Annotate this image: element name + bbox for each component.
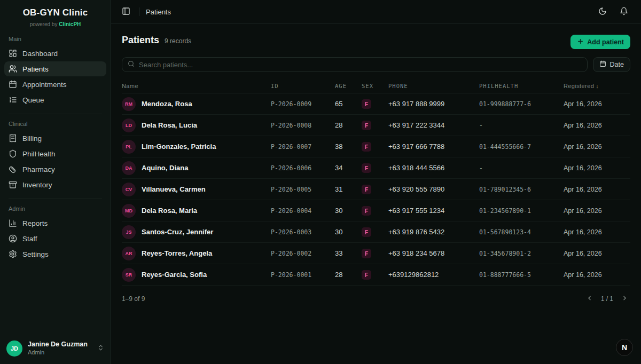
patient-sex-cell: F <box>362 205 388 216</box>
column-header-registered[interactable]: Registered↓ <box>564 83 630 89</box>
patient-age: 30 <box>335 207 362 215</box>
patient-avatar: AR <box>122 247 136 260</box>
calendar-icon <box>599 60 606 69</box>
page-title: Patients <box>122 35 159 46</box>
sidebar-item-reports[interactable]: Reports <box>4 216 106 231</box>
chevron-left-icon <box>586 295 593 303</box>
sidebar-item-patients[interactable]: Patients <box>4 61 106 76</box>
breadcrumb: Patients <box>146 8 171 16</box>
patient-philhealth: - <box>479 164 564 172</box>
settings-icon <box>9 250 17 258</box>
table-row[interactable]: DA Aquino, Diana P-2026-0006 34 F +63 91… <box>122 157 630 179</box>
column-header-sex[interactable]: SEX <box>362 83 388 89</box>
patient-id: P-2026-0008 <box>271 122 335 129</box>
patient-avatar: LD <box>122 118 136 132</box>
patient-sex-cell: F <box>362 99 388 109</box>
patient-id: P-2026-0006 <box>271 164 335 172</box>
patient-philhealth: 01-789012345-6 <box>479 186 564 193</box>
sidebar-item-dashboard[interactable]: Dashboard <box>4 46 106 61</box>
column-header-id[interactable]: ID <box>271 83 335 89</box>
patient-philhealth: - <box>479 122 564 129</box>
sidebar-item-label: Inventory <box>22 181 52 189</box>
app-root: OB-GYN Clinic powered by ClinicPH Main D… <box>0 0 641 364</box>
add-patient-button[interactable]: Add patient <box>570 35 630 49</box>
patient-philhealth: 01-888777666-5 <box>479 271 564 279</box>
column-header-philhealth[interactable]: PHILHEALTH <box>479 83 564 89</box>
patient-name-cell: LD Dela Rosa, Lucia <box>122 118 271 132</box>
user-menu[interactable]: JD Janine De Guzman Admin <box>0 334 111 364</box>
main-area: Patients Patients 9 records Add patient <box>111 0 641 364</box>
table-row[interactable]: JS Santos-Cruz, Jennifer P-2026-0003 30 … <box>122 221 630 243</box>
sidebar-item-queue[interactable]: Queue <box>4 92 106 107</box>
patient-name-cell: CV Villanueva, Carmen <box>122 183 271 196</box>
app-title: OB-GYN Clinic <box>5 7 105 18</box>
sex-badge: F <box>362 206 371 216</box>
table-row[interactable]: RM Mendoza, Rosa P-2026-0009 65 F +63 91… <box>122 93 630 115</box>
sidebar-item-settings[interactable]: Settings <box>4 247 106 262</box>
patient-avatar: DA <box>122 161 136 175</box>
sidebar-toggle-button[interactable] <box>120 5 132 18</box>
user-name: Janine De Guzman <box>28 341 88 349</box>
table-row[interactable]: AR Reyes-Torres, Angela P-2026-0002 33 F… <box>122 243 630 264</box>
add-patient-label: Add patient <box>587 38 624 46</box>
table-row[interactable]: CV Villanueva, Carmen P-2026-0005 31 F +… <box>122 179 630 200</box>
dashboard-icon <box>9 49 17 58</box>
theme-toggle-button[interactable] <box>596 5 609 18</box>
next-page-button[interactable] <box>619 293 630 305</box>
patient-age: 38 <box>335 143 362 151</box>
dev-tools-badge[interactable]: N <box>616 339 633 356</box>
patient-name: Aquino, Diana <box>142 164 188 172</box>
sidebar-item-label: Billing <box>22 134 42 143</box>
patient-sex-cell: F <box>362 248 388 259</box>
patient-phone: +63 917 888 9999 <box>388 100 479 108</box>
table-row[interactable]: LD Dela Rosa, Lucia P-2026-0008 28 F +63… <box>122 115 630 136</box>
sex-badge: F <box>362 270 371 280</box>
nav-section-clinical: Clinical <box>4 114 106 131</box>
patient-registered: Apr 16, 2026 <box>564 164 630 172</box>
patient-sex-cell: F <box>362 227 388 238</box>
patient-registered: Apr 16, 2026 <box>564 250 630 257</box>
reports-icon <box>9 219 17 227</box>
column-header-name[interactable]: Name <box>122 83 271 89</box>
table-row[interactable]: SR Reyes-Garcia, Sofia P-2026-0001 28 F … <box>122 264 630 286</box>
patient-registered: Apr 16, 2026 <box>564 207 630 215</box>
patients-table-body: RM Mendoza, Rosa P-2026-0009 65 F +63 91… <box>122 93 630 286</box>
notifications-button[interactable] <box>617 5 630 18</box>
patient-phone: +63 918 234 5678 <box>388 249 479 257</box>
sidebar-item-billing[interactable]: Billing <box>4 131 106 146</box>
sidebar-item-philhealth[interactable]: PhilHealth <box>4 146 106 161</box>
topbar-divider <box>139 7 139 16</box>
search-input[interactable] <box>139 61 582 69</box>
patient-name: Reyes-Garcia, Sofia <box>142 271 207 279</box>
patient-id: P-2026-0007 <box>271 143 335 151</box>
sidebar-item-label: Queue <box>22 96 44 104</box>
patient-id: P-2026-0002 <box>271 250 335 257</box>
patient-avatar: PL <box>122 140 136 154</box>
plus-icon <box>577 38 584 46</box>
filter-row: Date <box>122 57 630 72</box>
date-filter-label: Date <box>610 61 624 68</box>
sidebar-item-staff[interactable]: Staff <box>4 231 106 246</box>
billing-icon <box>9 134 17 143</box>
patient-name: Dela Rosa, Maria <box>142 207 197 215</box>
patient-phone: +639129862812 <box>388 271 479 279</box>
table-row[interactable]: MD Dela Rosa, Maria P-2026-0004 30 F +63… <box>122 200 630 221</box>
staff-icon <box>9 234 17 243</box>
table-row[interactable]: PL Lim-Gonzales, Patricia P-2026-0007 38… <box>122 136 630 157</box>
column-header-phone[interactable]: PHONE <box>388 83 479 89</box>
patient-sex-cell: F <box>362 120 388 131</box>
sidebar-item-label: Pharmacy <box>22 165 55 173</box>
sidebar-item-pharmacy[interactable]: Pharmacy <box>4 162 106 177</box>
sidebar-item-inventory[interactable]: Inventory <box>4 177 106 192</box>
patient-avatar: RM <box>122 97 136 111</box>
chevrons-up-down-icon <box>97 344 104 353</box>
sex-badge: F <box>362 163 371 173</box>
column-header-age[interactable]: AGE <box>335 83 362 89</box>
patient-phone: +63 917 666 7788 <box>388 143 479 151</box>
patient-name-cell: MD Dela Rosa, Maria <box>122 204 271 218</box>
patient-phone: +63 917 555 1234 <box>388 207 479 215</box>
sidebar-item-appointments[interactable]: Appointments <box>4 77 106 92</box>
previous-page-button[interactable] <box>584 293 596 305</box>
date-filter-button[interactable]: Date <box>593 57 630 72</box>
sex-badge: F <box>362 249 371 258</box>
